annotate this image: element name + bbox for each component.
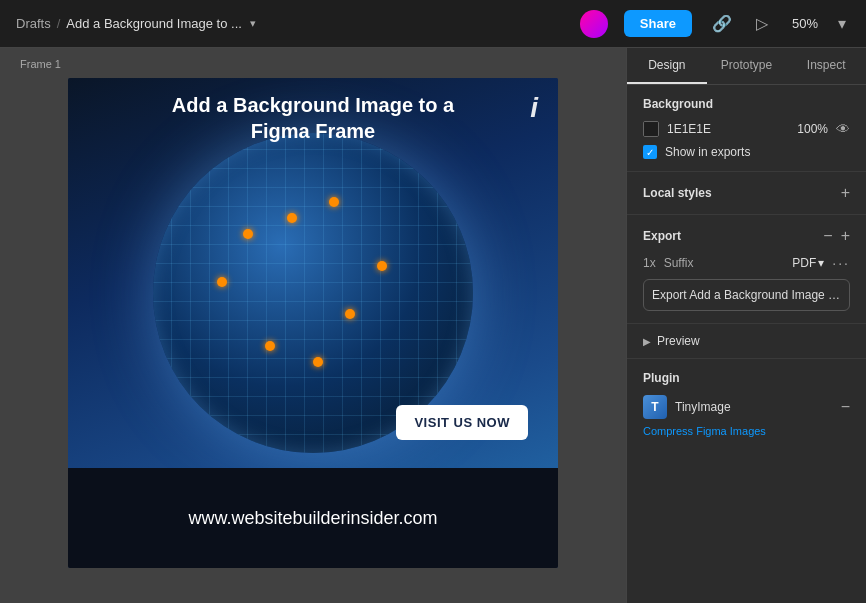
globe-dot bbox=[313, 357, 323, 367]
frame-bottom: www.websitebuilderinsider.com bbox=[68, 468, 558, 568]
plugin-tinyimage-icon: T bbox=[643, 395, 667, 419]
chevron-down-icon[interactable]: ▾ bbox=[250, 17, 256, 30]
export-title: Export bbox=[643, 229, 681, 243]
plugin-section: Plugin T TinyImage − Compress Figma Imag… bbox=[627, 359, 866, 449]
plugin-header: Plugin bbox=[643, 371, 850, 385]
breadcrumb: Drafts / Add a Background Image to ... ▾ bbox=[16, 16, 568, 31]
color-swatch-inner bbox=[644, 122, 658, 136]
plugin-name: TinyImage bbox=[675, 400, 833, 414]
add-export-icon[interactable]: + bbox=[841, 227, 850, 245]
color-swatch[interactable] bbox=[643, 121, 659, 137]
canvas-area[interactable]: Frame 1 Add a Background Image to a Figm… bbox=[0, 48, 626, 603]
topbar-actions: Share 🔗 ▷ 50% ▾ bbox=[580, 10, 850, 38]
globe-dot bbox=[265, 341, 275, 351]
frame-url: www.websitebuilderinsider.com bbox=[188, 508, 437, 529]
globe-dot bbox=[377, 261, 387, 271]
export-more-options[interactable]: ··· bbox=[832, 255, 850, 271]
export-controls-row: 1x Suffix PDF ▾ ··· bbox=[643, 255, 850, 271]
play-icon[interactable]: ▷ bbox=[752, 10, 772, 37]
panel-body: Background 1E1E1E 100% 👁 ✓ Show in expor… bbox=[627, 85, 866, 603]
plugin-description[interactable]: Compress Figma Images bbox=[643, 425, 850, 437]
zoom-level[interactable]: 50% bbox=[792, 16, 818, 31]
chevron-right-icon: ▶ bbox=[643, 336, 651, 347]
breadcrumb-current: Add a Background Image to ... bbox=[66, 16, 242, 31]
background-title: Background bbox=[643, 97, 713, 111]
right-panel: Design Prototype Inspect Background 1E1E… bbox=[626, 48, 866, 603]
checkmark-icon: ✓ bbox=[646, 147, 654, 158]
export-section: Export − + 1x Suffix PDF ▾ ··· Export Ad… bbox=[627, 215, 866, 324]
collapse-plugin-icon[interactable]: − bbox=[841, 398, 850, 416]
frame-label: Frame 1 bbox=[20, 58, 61, 70]
tab-design[interactable]: Design bbox=[627, 48, 707, 84]
local-styles-section: Local styles + bbox=[627, 172, 866, 215]
chevron-down-icon: ▾ bbox=[818, 256, 824, 270]
plugin-title: Plugin bbox=[643, 371, 680, 385]
topbar: Drafts / Add a Background Image to ... ▾… bbox=[0, 0, 866, 48]
avatar bbox=[580, 10, 608, 38]
export-suffix[interactable]: Suffix bbox=[664, 256, 785, 270]
visit-us-now-button[interactable]: VISIT US NOW bbox=[396, 405, 528, 440]
export-scale[interactable]: 1x bbox=[643, 256, 656, 270]
plugin-item: T TinyImage − bbox=[643, 395, 850, 419]
color-hex-value[interactable]: 1E1E1E bbox=[667, 122, 789, 136]
remove-export-icon[interactable]: − bbox=[823, 227, 832, 245]
background-section: Background 1E1E1E 100% 👁 ✓ Show in expor… bbox=[627, 85, 866, 172]
tab-prototype[interactable]: Prototype bbox=[707, 48, 787, 84]
plugin-icon-label: T bbox=[651, 400, 658, 414]
background-color-row: 1E1E1E 100% 👁 bbox=[643, 121, 850, 137]
color-opacity-value[interactable]: 100% bbox=[797, 122, 828, 136]
breadcrumb-separator: / bbox=[57, 16, 61, 31]
show-exports-checkbox[interactable]: ✓ bbox=[643, 145, 657, 159]
share-button[interactable]: Share bbox=[624, 10, 692, 37]
globe-dot bbox=[329, 197, 339, 207]
export-format[interactable]: PDF ▾ bbox=[792, 256, 824, 270]
main-layout: Frame 1 Add a Background Image to a Figm… bbox=[0, 48, 866, 603]
globe-dot bbox=[217, 277, 227, 287]
canvas-frame: Add a Background Image to a Figma Frame … bbox=[68, 78, 558, 568]
local-styles-header: Local styles + bbox=[643, 184, 850, 202]
globe-dot bbox=[345, 309, 355, 319]
export-header-icons: − + bbox=[823, 227, 850, 245]
breadcrumb-drafts[interactable]: Drafts bbox=[16, 16, 51, 31]
local-styles-title: Local styles bbox=[643, 186, 712, 200]
export-header: Export − + bbox=[643, 227, 850, 245]
background-header: Background bbox=[643, 97, 850, 111]
export-button[interactable]: Export Add a Background Image t... bbox=[643, 279, 850, 311]
tab-inspect[interactable]: Inspect bbox=[786, 48, 866, 84]
preview-label: Preview bbox=[657, 334, 700, 348]
frame-top: Add a Background Image to a Figma Frame … bbox=[68, 78, 558, 468]
eye-icon[interactable]: 👁 bbox=[836, 121, 850, 137]
link-icon[interactable]: 🔗 bbox=[708, 10, 736, 37]
show-exports-row: ✓ Show in exports bbox=[643, 145, 850, 159]
preview-row[interactable]: ▶ Preview bbox=[643, 334, 850, 348]
add-local-style-icon[interactable]: + bbox=[841, 184, 850, 202]
chevron-down-icon[interactable]: ▾ bbox=[834, 10, 850, 37]
frame-title: Add a Background Image to a Figma Frame bbox=[68, 92, 558, 144]
show-exports-label: Show in exports bbox=[665, 145, 750, 159]
panel-tabs: Design Prototype Inspect bbox=[627, 48, 866, 85]
preview-section: ▶ Preview bbox=[627, 324, 866, 359]
globe-dot bbox=[243, 229, 253, 239]
